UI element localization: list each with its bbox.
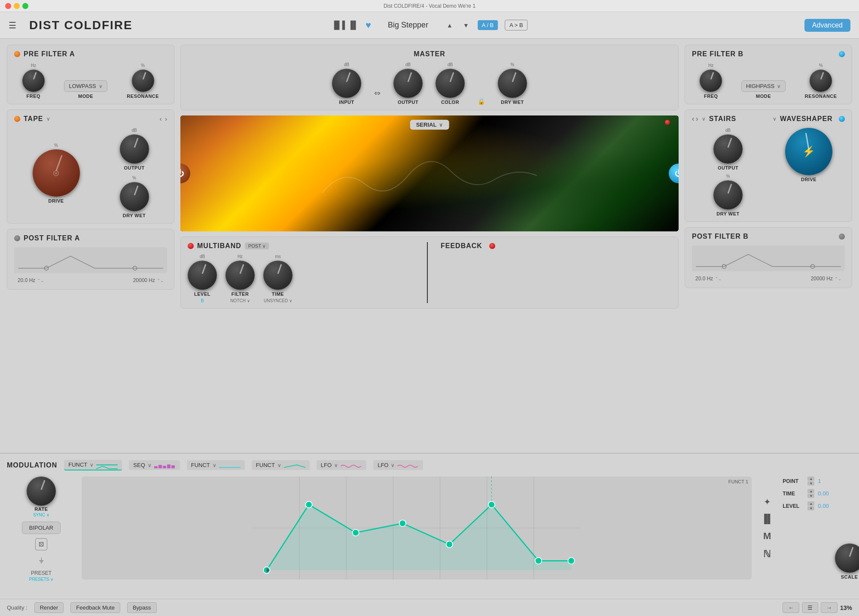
- serial-selector[interactable]: SERIAL ∨: [410, 120, 449, 130]
- window-controls[interactable]: [5, 3, 28, 9]
- post-filter-b-high-stepper[interactable]: ⌃⌄: [835, 276, 841, 281]
- funct1-mini-graph: [96, 465, 118, 470]
- mod-tab-funct2[interactable]: FUNCT ∨: [187, 460, 245, 470]
- multiband-filter-sub[interactable]: NOTCH: [230, 298, 250, 303]
- feedback-dot[interactable]: [489, 243, 495, 249]
- multiband-time-sub[interactable]: UNSYNCED: [264, 298, 292, 303]
- tape-drywet-group: % DRY WET: [120, 176, 149, 218]
- tape-output-knob[interactable]: [120, 134, 149, 164]
- mod-tab-lfo1[interactable]: LFO ∨: [317, 460, 366, 470]
- redo-button[interactable]: →: [821, 602, 838, 613]
- advanced-button[interactable]: Advanced: [804, 19, 850, 32]
- minimize-button[interactable]: [14, 3, 20, 9]
- post-filter-a-dot[interactable]: [14, 235, 20, 241]
- post-filter-b-low-hz: 20.0 Hz: [695, 276, 713, 282]
- tape-drywet-knob[interactable]: [120, 182, 149, 211]
- stairs-nav-left[interactable]: ‹: [692, 115, 694, 123]
- close-button[interactable]: [5, 3, 11, 9]
- post-filter-a-high-stepper[interactable]: ⌃⌄: [157, 278, 164, 283]
- pre-filter-a-status-dot[interactable]: [14, 51, 20, 57]
- bipolar-button[interactable]: BIPOLAR: [22, 522, 61, 534]
- mod-tab-funct3-chevron: ∨: [277, 462, 281, 468]
- mode-a-selector[interactable]: LOWPASS ∨: [64, 80, 107, 92]
- undo-button[interactable]: ←: [783, 602, 799, 613]
- menu-dots-button[interactable]: ☰: [802, 602, 818, 613]
- stairs-output-knob[interactable]: [713, 134, 743, 164]
- level-down-button[interactable]: ▼: [807, 506, 814, 510]
- multiband-level-knob[interactable]: [188, 261, 217, 290]
- favorite-button[interactable]: ♥: [366, 20, 371, 31]
- mod-tab-seq[interactable]: SEQ ∨: [129, 460, 180, 470]
- point-down-button[interactable]: ▼: [807, 481, 814, 486]
- prev-preset-button[interactable]: ▲: [445, 21, 454, 30]
- time-up-button[interactable]: ▲: [807, 489, 814, 493]
- bypass-button[interactable]: Bypass: [127, 602, 157, 613]
- tape-status-dot[interactable]: [14, 116, 20, 122]
- master-color-knob[interactable]: [436, 69, 465, 98]
- ab-copy-button[interactable]: A > B: [505, 20, 527, 30]
- feedback-section: FEEDBACK: [436, 242, 671, 303]
- sync-label[interactable]: SYNC: [33, 513, 49, 517]
- lock-icon[interactable]: 🔒: [478, 96, 485, 105]
- post-filter-a-graph[interactable]: [14, 247, 167, 273]
- maximize-button[interactable]: [22, 3, 28, 9]
- modulation-graph-area[interactable]: FUNCT 1: [82, 476, 752, 580]
- tape-drive-knob[interactable]: ⊛: [33, 149, 80, 197]
- waveshaper-drive-knob[interactable]: ⚡: [785, 128, 832, 175]
- add-point-icon[interactable]: ✦: [762, 495, 773, 509]
- stairs-drywet-knob[interactable]: [713, 180, 743, 209]
- multiband-filter-knob[interactable]: [225, 261, 255, 290]
- svg-marker-17: [267, 504, 571, 570]
- curve-n-icon[interactable]: ℕ: [762, 547, 773, 561]
- resonance-b-knob[interactable]: [810, 70, 832, 92]
- waveshaper-knobs: ⚡ DRIVE: [773, 128, 845, 182]
- multiband-dot[interactable]: [188, 243, 194, 249]
- resonance-a-knob[interactable]: [132, 70, 154, 92]
- render-button[interactable]: Render: [34, 602, 64, 613]
- next-preset-button[interactable]: ▼: [461, 21, 471, 30]
- post-filter-b-low-stepper[interactable]: ⌃⌄: [715, 276, 722, 281]
- level-up-button[interactable]: ▲: [807, 501, 814, 506]
- master-input-knob[interactable]: [332, 69, 361, 98]
- svg-rect-5: [158, 465, 162, 468]
- link-icon[interactable]: ⇔: [374, 88, 381, 105]
- stairs-nav-right[interactable]: ›: [696, 115, 698, 123]
- time-stepper[interactable]: ▲ ▼: [807, 489, 814, 498]
- visualizer-container: SERIAL ∨ ⏻ ⏻: [180, 115, 679, 231]
- menu-icon[interactable]: ☰: [9, 20, 16, 30]
- curve-m-icon[interactable]: M: [762, 529, 773, 543]
- post-filter-b-dot[interactable]: [839, 234, 845, 240]
- feedback-mute-button[interactable]: Feedback Mute: [70, 602, 120, 613]
- waveshaper-dot[interactable]: [839, 116, 845, 122]
- waveshaper-expand[interactable]: ∨: [773, 116, 777, 122]
- bar-chart-icon[interactable]: ▐▌: [759, 512, 775, 525]
- post-filter-a-low-stepper[interactable]: ⌃⌄: [37, 278, 44, 283]
- mod-tab-funct3[interactable]: FUNCT ∨: [252, 460, 310, 470]
- mode-b-selector[interactable]: HIGHPASS ∨: [741, 80, 786, 92]
- rate-knob[interactable]: [27, 476, 56, 506]
- scale-knob[interactable]: [835, 543, 859, 573]
- presets-mod-button[interactable]: PRESETS: [29, 577, 53, 582]
- pre-filter-b-dot[interactable]: [839, 51, 845, 57]
- point-stepper[interactable]: ▲ ▼: [807, 476, 814, 486]
- tape-expand-icon[interactable]: ∨: [46, 116, 50, 122]
- mod-tab-funct1[interactable]: FUNCT ∨: [64, 460, 122, 470]
- master-output-knob[interactable]: [393, 69, 423, 98]
- point-up-button[interactable]: ▲: [807, 476, 814, 481]
- multiband-time-knob[interactable]: [263, 261, 292, 290]
- tape-nav-right[interactable]: ›: [165, 115, 167, 122]
- time-down-button[interactable]: ▼: [807, 494, 814, 498]
- tape-nav-left[interactable]: ‹: [160, 115, 162, 122]
- mod-tab-lfo2[interactable]: LFO ∨: [373, 460, 423, 470]
- svg-rect-8: [171, 465, 175, 468]
- freq-b-knob[interactable]: [700, 70, 722, 92]
- post-filter-b-graph[interactable]: [692, 246, 845, 271]
- multiband-post[interactable]: POST: [245, 243, 269, 249]
- magnet-icon[interactable]: ⏚: [35, 554, 47, 566]
- freq-a-knob[interactable]: [22, 70, 45, 92]
- master-drywet-knob[interactable]: [498, 69, 527, 98]
- ab-button[interactable]: A / B: [478, 20, 498, 30]
- level-stepper[interactable]: ▲ ▼: [807, 501, 814, 510]
- dice-icon[interactable]: ⚄: [35, 538, 47, 550]
- stairs-expand-icon[interactable]: ∨: [702, 116, 706, 122]
